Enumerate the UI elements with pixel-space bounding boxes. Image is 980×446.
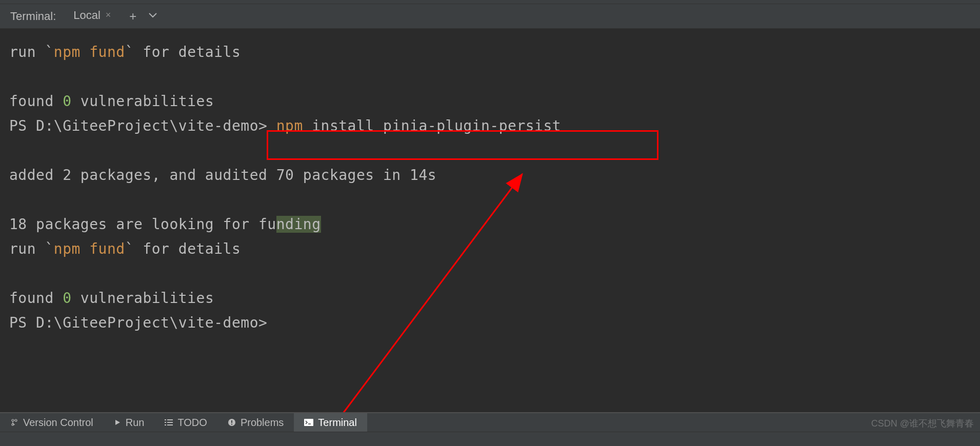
terminal-icon [304, 419, 313, 426]
terminal-line [9, 138, 971, 163]
branch-icon [10, 418, 18, 427]
tool-terminal[interactable]: Terminal [294, 413, 367, 432]
tool-version-control[interactable]: Version Control [0, 413, 104, 432]
terminal-tab-local[interactable]: Local × [70, 9, 114, 24]
tool-label: Problems [241, 417, 284, 429]
list-icon [165, 419, 173, 426]
terminal-output[interactable]: run `npm fund` for details found 0 vulne… [0, 29, 980, 411]
truncated-file-row [0, 0, 980, 4]
status-bar [0, 432, 980, 446]
terminal-line: PS D:\GiteeProject\vite-demo> [9, 311, 971, 335]
terminal-line [9, 188, 971, 212]
tool-todo[interactable]: TODO [154, 413, 217, 432]
svg-rect-8 [231, 420, 232, 423]
close-icon[interactable]: × [106, 10, 111, 21]
tool-label: Run [126, 417, 145, 429]
terminal-tool-header: Terminal: Local × + [0, 4, 980, 29]
tool-label: Version Control [23, 417, 93, 429]
tool-label: TODO [177, 417, 207, 429]
svg-rect-4 [167, 422, 173, 423]
terminal-line [9, 65, 971, 89]
svg-rect-2 [167, 419, 173, 420]
svg-rect-1 [165, 419, 166, 420]
tab-label: Local [73, 9, 101, 22]
svg-rect-10 [304, 419, 313, 426]
terminal-line [9, 261, 971, 286]
tool-run[interactable]: Run [104, 413, 155, 432]
terminal-line: 18 packages are looking for funding [9, 212, 971, 237]
terminal-line: added 2 packages, and audited 70 package… [9, 163, 971, 188]
terminal-line: PS D:\GiteeProject\vite-demo> npm instal… [9, 114, 971, 138]
terminal-line: run `npm fund` for details [9, 237, 971, 261]
terminal-line: found 0 vulnerabilities [9, 286, 971, 311]
terminal-line: found 0 vulnerabilities [9, 89, 971, 114]
bottom-tool-bar: Version Control Run TODO Problems Termin… [0, 412, 980, 432]
tool-problems[interactable]: Problems [217, 413, 294, 432]
svg-rect-9 [231, 424, 232, 425]
svg-rect-3 [165, 422, 166, 423]
warning-icon [228, 418, 236, 427]
watermark-text: CSDN @谁不想飞舞青春 [871, 417, 974, 430]
svg-rect-5 [165, 424, 166, 425]
add-tab-icon[interactable]: + [129, 9, 136, 24]
terminal-title: Terminal: [10, 10, 56, 23]
svg-rect-6 [167, 424, 173, 425]
tool-label: Terminal [318, 417, 357, 429]
play-icon [114, 419, 121, 426]
terminal-line: run `npm fund` for details [9, 40, 971, 65]
chevron-down-icon[interactable] [148, 10, 158, 23]
